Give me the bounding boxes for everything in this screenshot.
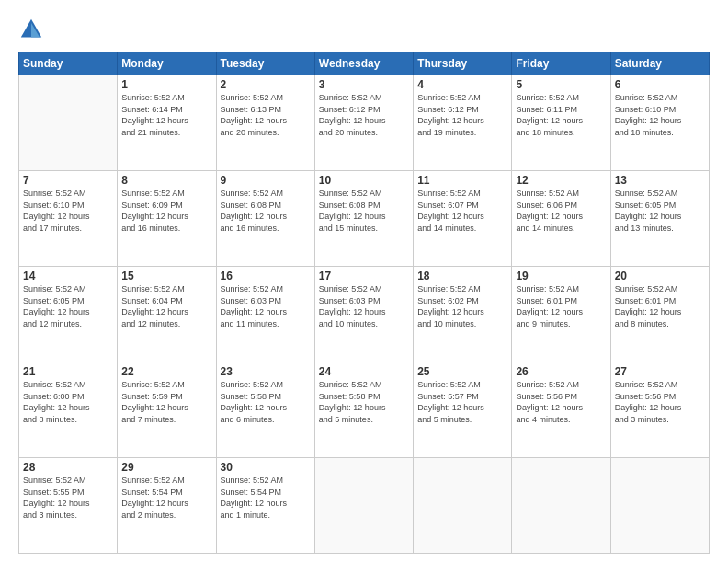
day-number: 6 — [615, 78, 705, 91]
page: SundayMondayTuesdayWednesdayThursdayFrid… — [0, 0, 728, 563]
day-number: 21 — [23, 365, 113, 378]
calendar-cell: 19Sunrise: 5:52 AM Sunset: 6:01 PM Dayli… — [512, 267, 610, 362]
day-info: Sunrise: 5:52 AM Sunset: 6:10 PM Dayligh… — [23, 188, 113, 234]
calendar-cell: 8Sunrise: 5:52 AM Sunset: 6:09 PM Daylig… — [118, 171, 216, 267]
day-number: 3 — [319, 78, 409, 91]
calendar-cell — [314, 458, 413, 554]
day-info: Sunrise: 5:52 AM Sunset: 6:05 PM Dayligh… — [23, 283, 113, 329]
day-info: Sunrise: 5:52 AM Sunset: 6:03 PM Dayligh… — [319, 283, 409, 329]
day-info: Sunrise: 5:52 AM Sunset: 6:12 PM Dayligh… — [319, 92, 409, 138]
week-row-3: 14Sunrise: 5:52 AM Sunset: 6:05 PM Dayli… — [19, 267, 710, 362]
calendar-cell: 28Sunrise: 5:52 AM Sunset: 5:55 PM Dayli… — [19, 458, 118, 554]
week-row-1: 1Sunrise: 5:52 AM Sunset: 6:14 PM Daylig… — [19, 75, 710, 171]
calendar-cell: 15Sunrise: 5:52 AM Sunset: 6:04 PM Dayli… — [118, 267, 216, 362]
day-info: Sunrise: 5:52 AM Sunset: 6:02 PM Dayligh… — [417, 283, 507, 329]
day-info: Sunrise: 5:52 AM Sunset: 6:11 PM Dayligh… — [516, 92, 606, 138]
calendar-cell: 11Sunrise: 5:52 AM Sunset: 6:07 PM Dayli… — [414, 171, 512, 267]
calendar-cell: 26Sunrise: 5:52 AM Sunset: 5:56 PM Dayli… — [512, 362, 610, 458]
calendar-cell: 4Sunrise: 5:52 AM Sunset: 6:12 PM Daylig… — [414, 75, 512, 171]
day-number: 7 — [23, 174, 113, 187]
calendar-cell: 24Sunrise: 5:52 AM Sunset: 5:58 PM Dayli… — [314, 362, 413, 458]
week-row-2: 7Sunrise: 5:52 AM Sunset: 6:10 PM Daylig… — [19, 171, 710, 267]
weekday-header-thursday: Thursday — [414, 52, 512, 75]
calendar-cell: 30Sunrise: 5:52 AM Sunset: 5:54 PM Dayli… — [216, 458, 314, 554]
calendar-cell: 5Sunrise: 5:52 AM Sunset: 6:11 PM Daylig… — [512, 75, 610, 171]
calendar-cell: 9Sunrise: 5:52 AM Sunset: 6:08 PM Daylig… — [216, 171, 314, 267]
day-number: 13 — [615, 174, 705, 187]
day-number: 2 — [221, 78, 311, 91]
calendar-cell: 17Sunrise: 5:52 AM Sunset: 6:03 PM Dayli… — [314, 267, 413, 362]
day-number: 18 — [417, 270, 507, 282]
day-number: 22 — [121, 365, 211, 378]
day-number: 16 — [221, 270, 311, 282]
day-info: Sunrise: 5:52 AM Sunset: 6:03 PM Dayligh… — [221, 283, 311, 329]
calendar-cell: 16Sunrise: 5:52 AM Sunset: 6:03 PM Dayli… — [216, 267, 314, 362]
weekday-header-monday: Monday — [118, 52, 216, 75]
header — [18, 17, 710, 42]
weekday-header-friday: Friday — [512, 52, 610, 75]
day-info: Sunrise: 5:52 AM Sunset: 6:04 PM Dayligh… — [121, 283, 211, 329]
day-number: 5 — [516, 78, 606, 91]
day-info: Sunrise: 5:52 AM Sunset: 5:58 PM Dayligh… — [221, 379, 311, 425]
day-number: 8 — [121, 174, 211, 187]
day-number: 20 — [615, 270, 705, 282]
calendar-cell: 13Sunrise: 5:52 AM Sunset: 6:05 PM Dayli… — [610, 171, 709, 267]
day-number: 30 — [221, 461, 311, 474]
calendar-cell — [414, 458, 512, 554]
day-info: Sunrise: 5:52 AM Sunset: 6:07 PM Dayligh… — [417, 188, 507, 234]
day-info: Sunrise: 5:52 AM Sunset: 6:08 PM Dayligh… — [319, 188, 409, 234]
weekday-header-wednesday: Wednesday — [314, 52, 413, 75]
day-number: 23 — [221, 365, 311, 378]
day-info: Sunrise: 5:52 AM Sunset: 6:09 PM Dayligh… — [121, 188, 211, 234]
day-info: Sunrise: 5:52 AM Sunset: 6:01 PM Dayligh… — [516, 283, 606, 329]
calendar-cell: 10Sunrise: 5:52 AM Sunset: 6:08 PM Dayli… — [314, 171, 413, 267]
day-info: Sunrise: 5:52 AM Sunset: 5:59 PM Dayligh… — [121, 379, 211, 425]
day-number: 25 — [417, 365, 507, 378]
calendar-cell: 25Sunrise: 5:52 AM Sunset: 5:57 PM Dayli… — [414, 362, 512, 458]
day-number: 24 — [319, 365, 409, 378]
day-info: Sunrise: 5:52 AM Sunset: 5:56 PM Dayligh… — [516, 379, 606, 425]
day-number: 10 — [319, 174, 409, 187]
calendar-cell: 22Sunrise: 5:52 AM Sunset: 5:59 PM Dayli… — [118, 362, 216, 458]
day-number: 11 — [417, 174, 507, 187]
day-info: Sunrise: 5:52 AM Sunset: 6:00 PM Dayligh… — [23, 379, 113, 425]
calendar-cell: 18Sunrise: 5:52 AM Sunset: 6:02 PM Dayli… — [414, 267, 512, 362]
calendar-cell — [610, 458, 709, 554]
calendar-cell: 1Sunrise: 5:52 AM Sunset: 6:14 PM Daylig… — [118, 75, 216, 171]
week-row-5: 28Sunrise: 5:52 AM Sunset: 5:55 PM Dayli… — [19, 458, 710, 554]
weekday-header-row: SundayMondayTuesdayWednesdayThursdayFrid… — [19, 52, 710, 75]
day-info: Sunrise: 5:52 AM Sunset: 6:01 PM Dayligh… — [615, 283, 705, 329]
calendar-cell: 2Sunrise: 5:52 AM Sunset: 6:13 PM Daylig… — [216, 75, 314, 171]
day-number: 28 — [23, 461, 113, 474]
day-info: Sunrise: 5:52 AM Sunset: 6:08 PM Dayligh… — [221, 188, 311, 234]
day-info: Sunrise: 5:52 AM Sunset: 6:05 PM Dayligh… — [615, 188, 705, 234]
day-info: Sunrise: 5:52 AM Sunset: 5:55 PM Dayligh… — [23, 475, 113, 521]
day-info: Sunrise: 5:52 AM Sunset: 6:10 PM Dayligh… — [615, 92, 705, 138]
day-number: 26 — [516, 365, 606, 378]
calendar-cell — [19, 75, 118, 171]
day-info: Sunrise: 5:52 AM Sunset: 5:57 PM Dayligh… — [417, 379, 507, 425]
day-info: Sunrise: 5:52 AM Sunset: 5:56 PM Dayligh… — [615, 379, 705, 425]
day-info: Sunrise: 5:52 AM Sunset: 6:12 PM Dayligh… — [417, 92, 507, 138]
calendar-cell: 6Sunrise: 5:52 AM Sunset: 6:10 PM Daylig… — [610, 75, 709, 171]
day-number: 15 — [121, 270, 211, 282]
calendar-cell: 27Sunrise: 5:52 AM Sunset: 5:56 PM Dayli… — [610, 362, 709, 458]
day-info: Sunrise: 5:52 AM Sunset: 6:14 PM Dayligh… — [121, 92, 211, 138]
weekday-header-saturday: Saturday — [610, 52, 709, 75]
calendar-cell: 20Sunrise: 5:52 AM Sunset: 6:01 PM Dayli… — [610, 267, 709, 362]
logo-icon — [18, 17, 44, 42]
day-info: Sunrise: 5:52 AM Sunset: 5:54 PM Dayligh… — [221, 475, 311, 521]
day-number: 27 — [615, 365, 705, 378]
calendar-cell: 21Sunrise: 5:52 AM Sunset: 6:00 PM Dayli… — [19, 362, 118, 458]
day-info: Sunrise: 5:52 AM Sunset: 6:06 PM Dayligh… — [516, 188, 606, 234]
day-number: 1 — [121, 78, 211, 91]
logo — [18, 17, 48, 42]
calendar-cell: 7Sunrise: 5:52 AM Sunset: 6:10 PM Daylig… — [19, 171, 118, 267]
day-number: 17 — [319, 270, 409, 282]
calendar-cell: 12Sunrise: 5:52 AM Sunset: 6:06 PM Dayli… — [512, 171, 610, 267]
week-row-4: 21Sunrise: 5:52 AM Sunset: 6:00 PM Dayli… — [19, 362, 710, 458]
calendar-cell: 14Sunrise: 5:52 AM Sunset: 6:05 PM Dayli… — [19, 267, 118, 362]
day-info: Sunrise: 5:52 AM Sunset: 5:54 PM Dayligh… — [121, 475, 211, 521]
calendar-cell — [512, 458, 610, 554]
weekday-header-tuesday: Tuesday — [216, 52, 314, 75]
